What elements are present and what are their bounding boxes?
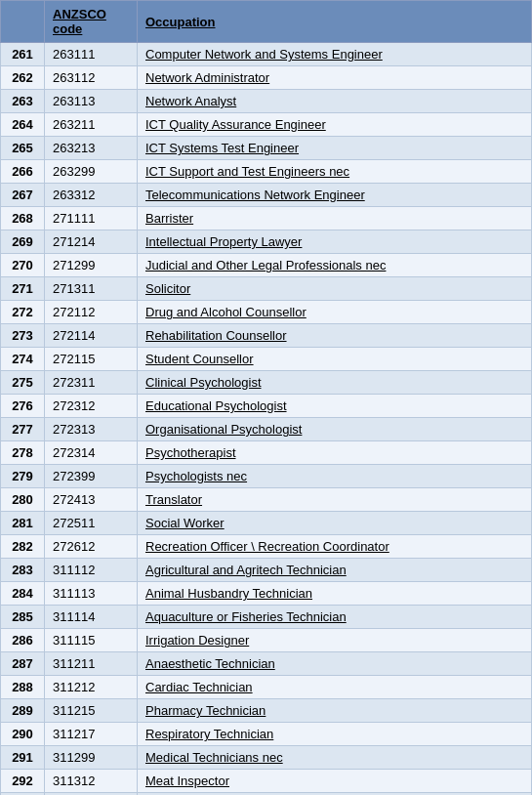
table-row: 290311217Respiratory Technician [1,723,532,746]
occupation-name[interactable]: Organisational Psychologist [138,418,532,441]
occupation-name[interactable]: Network Analyst [138,90,532,113]
occupation-name[interactable]: Intellectual Property Lawyer [138,230,532,254]
occupation-name[interactable]: Computer Network and Systems Engineer [138,43,532,66]
row-number: 275 [1,371,45,395]
anzsco-code: 272313 [45,418,138,441]
table-row: 263263113Network Analyst [1,90,532,113]
table-row: 272272112Drug and Alcohol Counsellor [1,301,532,324]
occupation-name[interactable]: Judicial and Other Legal Professionals n… [138,254,532,277]
row-number: 284 [1,582,45,606]
row-number: 261 [1,43,45,66]
row-number: 290 [1,723,45,746]
occupation-name[interactable]: Social Worker [138,512,532,535]
row-number: 264 [1,113,45,137]
occupation-name[interactable]: ICT Quality Assurance Engineer [138,113,532,137]
col-header-num [1,1,45,43]
occupation-name[interactable]: ICT Support and Test Engineers nec [138,160,532,184]
anzsco-code: 272312 [45,395,138,418]
table-row: 269271214Intellectual Property Lawyer [1,230,532,254]
anzsco-code: 272311 [45,371,138,395]
occupation-name[interactable]: Network Administrator [138,66,532,90]
occupation-name[interactable]: Meat Inspector [138,770,532,793]
table-row: 281272511Social Worker [1,512,532,535]
table-row: 280272413Translator [1,488,532,512]
table-row: 288311212Cardiac Technician [1,676,532,699]
table-header-row: ANZSCO code Occupation [1,1,532,43]
occupation-name[interactable]: Educational Psychologist [138,395,532,418]
table-row: 266263299ICT Support and Test Engineers … [1,160,532,184]
row-number: 267 [1,184,45,207]
table-row: 276272312Educational Psychologist [1,395,532,418]
anzsco-code: 272115 [45,348,138,371]
anzsco-code: 311217 [45,723,138,746]
anzsco-code: 271111 [45,207,138,230]
row-number: 282 [1,535,45,559]
occupation-name[interactable]: Student Counsellor [138,348,532,371]
row-number: 289 [1,699,45,723]
anzsco-code: 263213 [45,137,138,160]
occupation-name[interactable]: Drug and Alcohol Counsellor [138,301,532,324]
row-number: 286 [1,629,45,652]
col-header-anzsco[interactable]: ANZSCO code [45,1,138,43]
row-number: 278 [1,441,45,465]
occupation-name[interactable]: Animal Husbandry Technician [138,582,532,606]
table-row: 270271299Judicial and Other Legal Profes… [1,254,532,277]
row-number: 277 [1,418,45,441]
table-row: 275272311Clinical Psychologist [1,371,532,395]
anzsco-code: 272413 [45,488,138,512]
occupation-name[interactable]: Clinical Psychologist [138,371,532,395]
occupation-name[interactable]: Irrigation Designer [138,629,532,652]
row-number: 272 [1,301,45,324]
anzsco-code: 272112 [45,301,138,324]
occupation-name[interactable]: Pharmacy Technician [138,699,532,723]
occupation-name[interactable]: Barrister [138,207,532,230]
occupation-name[interactable]: Telecommunications Network Engineer [138,184,532,207]
row-number: 268 [1,207,45,230]
occupation-name[interactable]: Anaesthetic Technician [138,652,532,676]
row-number: 271 [1,277,45,301]
occupation-name[interactable]: Psychotherapist [138,441,532,465]
row-number: 287 [1,652,45,676]
row-number: 270 [1,254,45,277]
row-number: 291 [1,746,45,770]
row-number: 265 [1,137,45,160]
anzsco-code: 263312 [45,184,138,207]
occupation-name[interactable]: Respiratory Technician [138,723,532,746]
table-row: 278272314Psychotherapist [1,441,532,465]
table-row: 282272612Recreation Officer \ Recreation… [1,535,532,559]
table-row: 289311215Pharmacy Technician [1,699,532,723]
occupation-name[interactable]: Psychologists nec [138,465,532,488]
row-number: 274 [1,348,45,371]
table-row: 286311115Irrigation Designer [1,629,532,652]
table-row: 283311112Agricultural and Agritech Techn… [1,559,532,582]
occupation-name[interactable]: Recreation Officer \ Recreation Coordina… [138,535,532,559]
occupation-name[interactable]: Cardiac Technician [138,676,532,699]
col-header-occupation[interactable]: Occupation [138,1,532,43]
occupation-name[interactable]: Solicitor [138,277,532,301]
occupation-table: ANZSCO code Occupation 261263111Computer… [0,0,532,795]
row-number: 269 [1,230,45,254]
occupation-name[interactable]: Rehabilitation Counsellor [138,324,532,348]
table-row: 273272114Rehabilitation Counsellor [1,324,532,348]
row-number: 262 [1,66,45,90]
occupation-name[interactable]: Translator [138,488,532,512]
occupation-name[interactable]: Aquaculture or Fisheries Technician [138,606,532,629]
anzsco-code: 311112 [45,559,138,582]
occupation-name[interactable]: Medical Technicians nec [138,746,532,770]
table-row: 261263111Computer Network and Systems En… [1,43,532,66]
anzsco-code: 311113 [45,582,138,606]
row-number: 281 [1,512,45,535]
anzsco-code: 263111 [45,43,138,66]
anzsco-code: 271299 [45,254,138,277]
row-number: 279 [1,465,45,488]
occupation-name[interactable]: ICT Systems Test Engineer [138,137,532,160]
table-row: 271271311Solicitor [1,277,532,301]
anzsco-code: 311215 [45,699,138,723]
anzsco-code: 311312 [45,770,138,793]
anzsco-code: 263299 [45,160,138,184]
anzsco-code: 272114 [45,324,138,348]
anzsco-code: 311212 [45,676,138,699]
occupation-name[interactable]: Agricultural and Agritech Technician [138,559,532,582]
anzsco-code: 311211 [45,652,138,676]
row-number: 280 [1,488,45,512]
